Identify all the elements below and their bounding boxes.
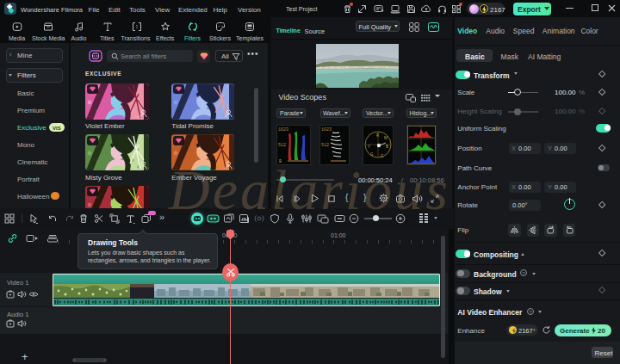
svg-text:Y: Y xyxy=(368,145,370,149)
svg-text:R: R xyxy=(376,133,380,138)
svg-text:512: 512 xyxy=(321,143,329,148)
svg-text:B: B xyxy=(279,159,282,164)
svg-text:M: M xyxy=(384,136,388,140)
svg-text:G: G xyxy=(370,152,374,157)
svg-text:1023: 1023 xyxy=(278,127,288,133)
svg-text:512: 512 xyxy=(278,143,286,148)
svg-text:B: B xyxy=(386,145,388,149)
svg-text:1023: 1023 xyxy=(321,127,332,133)
